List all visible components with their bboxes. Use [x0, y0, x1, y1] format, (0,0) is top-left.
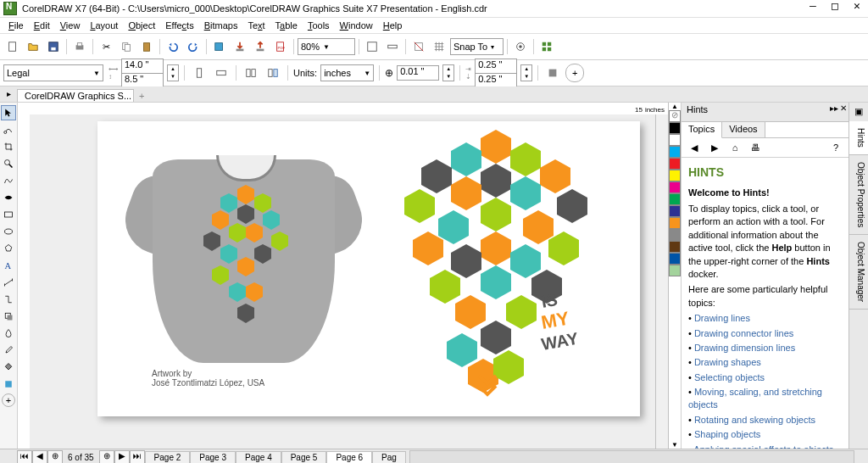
artistic-media-tool[interactable]: [1, 190, 16, 205]
snap-off-button[interactable]: [409, 37, 428, 56]
no-color-swatch[interactable]: ⊘: [669, 110, 681, 122]
interactive-fill-tool[interactable]: [1, 360, 16, 375]
rectangle-tool[interactable]: [1, 207, 16, 222]
palette-down-button[interactable]: ▼: [669, 441, 681, 449]
color-swatch[interactable]: [669, 170, 681, 181]
hint-topic-link[interactable]: Drawing lines: [688, 312, 842, 325]
page-width-input[interactable]: 14.0 ": [121, 59, 164, 74]
hint-topic-link[interactable]: Drawing dimension lines: [688, 342, 842, 354]
menu-help[interactable]: Help: [378, 20, 408, 31]
cut-button[interactable]: ✂: [97, 37, 115, 56]
minimize-button[interactable]: —: [804, 0, 822, 14]
hints-back-button[interactable]: ◀: [685, 138, 704, 157]
zoom-dropdown[interactable]: 80%▼: [298, 38, 355, 55]
app-launcher-button[interactable]: [537, 37, 556, 56]
document-menu-icon[interactable]: ▸: [3, 89, 14, 99]
publish-pdf-button[interactable]: PDF: [271, 37, 290, 56]
show-rulers-button[interactable]: [383, 37, 402, 56]
side-tab-hints[interactable]: Hints: [849, 121, 868, 155]
tab-topics[interactable]: Topics: [682, 122, 722, 138]
nudge-spinner[interactable]: ▲▼: [442, 64, 454, 81]
color-swatch[interactable]: [669, 265, 681, 276]
page-tab[interactable]: Page 3: [190, 451, 236, 464]
page-height-input[interactable]: 8.5 ": [121, 73, 164, 88]
add-page-after-button[interactable]: ⊕: [99, 450, 114, 463]
page-preset-dropdown[interactable]: Legal▼: [3, 64, 103, 81]
close-button[interactable]: ✕: [848, 0, 866, 14]
hint-topic-link[interactable]: Drawing shapes: [688, 356, 842, 369]
palette-up-button[interactable]: ▲: [669, 103, 681, 110]
smart-fill-tool[interactable]: [1, 377, 16, 392]
vertical-scrollbar[interactable]: [655, 114, 668, 449]
open-button[interactable]: [24, 37, 42, 56]
side-tab-object-properties[interactable]: Object Properties: [849, 155, 868, 235]
color-swatch[interactable]: [669, 122, 681, 134]
document-tab[interactable]: CorelDRAW Graphics S...: [17, 89, 134, 102]
new-document-tab[interactable]: +: [134, 90, 149, 102]
color-swatch[interactable]: [669, 229, 681, 241]
freehand-tool[interactable]: [1, 173, 16, 188]
last-page-button[interactable]: ⏭: [130, 450, 145, 463]
portrait-button[interactable]: [190, 64, 209, 82]
snap-to-dropdown[interactable]: Snap To▾: [450, 38, 504, 55]
drawing-canvas[interactable]: IS MY WAY Artwork by José Tzontlimatzi L…: [30, 114, 668, 449]
maximize-button[interactable]: □: [826, 0, 844, 14]
page-tab[interactable]: Page 2: [145, 451, 191, 464]
text-tool[interactable]: A: [1, 258, 16, 273]
menu-table[interactable]: Table: [270, 20, 303, 31]
toolbox-customize-button[interactable]: +: [2, 393, 15, 407]
menu-object[interactable]: Object: [123, 20, 160, 31]
connector-tool[interactable]: [1, 292, 16, 307]
menu-text[interactable]: Text: [242, 20, 270, 31]
menu-bitmaps[interactable]: Bitmaps: [199, 20, 243, 31]
duplicate-spinner[interactable]: ▲▼: [520, 64, 532, 81]
duplicate-y-input[interactable]: 0.25 ": [475, 73, 517, 88]
all-pages-button[interactable]: [242, 64, 260, 82]
landscape-button[interactable]: [212, 64, 231, 82]
hint-topic-link[interactable]: Drawing connector lines: [688, 327, 842, 340]
ellipse-tool[interactable]: [1, 224, 16, 239]
hints-home-button[interactable]: ⌂: [726, 138, 744, 157]
fullscreen-preview-button[interactable]: [363, 37, 381, 56]
search-content-button[interactable]: [210, 37, 229, 56]
color-swatch[interactable]: [669, 253, 681, 265]
side-tab-picker-icon[interactable]: ▣: [849, 106, 868, 121]
menu-window[interactable]: Window: [335, 20, 378, 31]
page-tab[interactable]: Pag: [372, 451, 406, 464]
horizontal-ruler[interactable]: 15 inches: [18, 103, 668, 115]
menu-view[interactable]: View: [55, 20, 86, 31]
treat-as-filled-button[interactable]: [543, 64, 562, 82]
eyedropper-tool[interactable]: [1, 343, 16, 358]
vertical-ruler[interactable]: [18, 114, 31, 449]
paste-button[interactable]: [137, 37, 156, 56]
current-page-button[interactable]: [264, 64, 282, 82]
color-swatch[interactable]: [669, 146, 681, 158]
page-size-spinner[interactable]: ▲▼: [167, 64, 179, 81]
hints-print-button[interactable]: 🖶: [746, 138, 765, 157]
pick-tool[interactable]: [1, 105, 16, 120]
color-swatch[interactable]: [669, 205, 681, 217]
zoom-tool[interactable]: [1, 156, 16, 171]
transparency-tool[interactable]: [1, 326, 16, 341]
first-page-button[interactable]: ⏮: [17, 450, 32, 463]
next-page-button[interactable]: ▶: [114, 450, 130, 463]
undo-button[interactable]: [164, 37, 182, 56]
hints-help-button[interactable]: ?: [826, 138, 845, 157]
color-swatch[interactable]: [669, 241, 681, 253]
color-swatch[interactable]: [669, 158, 681, 170]
prev-page-button[interactable]: ◀: [32, 450, 47, 463]
drop-shadow-tool[interactable]: [1, 309, 16, 324]
polygon-tool[interactable]: [1, 241, 16, 256]
color-swatch[interactable]: [669, 217, 681, 229]
add-page-before-button[interactable]: ⊕: [47, 450, 63, 463]
menu-tools[interactable]: Tools: [303, 20, 335, 31]
page-tab[interactable]: Page 6: [326, 451, 372, 464]
hint-topic-link[interactable]: Shaping objects: [688, 428, 842, 441]
hints-forward-button[interactable]: ▶: [705, 138, 724, 157]
snap-grid-button[interactable]: [430, 37, 448, 56]
side-tab-object-manager[interactable]: Object Manager: [849, 235, 868, 310]
duplicate-x-input[interactable]: 0.25 ": [475, 59, 517, 74]
menu-layout[interactable]: Layout: [85, 20, 123, 31]
menu-file[interactable]: File: [3, 20, 29, 31]
units-dropdown[interactable]: inches▼: [320, 64, 374, 81]
